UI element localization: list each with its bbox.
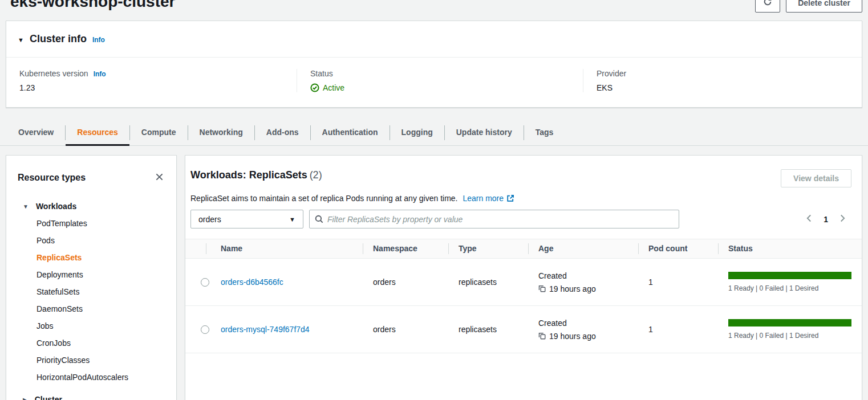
column-header-status[interactable]: Status [718,239,862,259]
replicasets-table: Name Namespace Type Age Pod count Status… [185,239,862,353]
pagination: 1 [806,214,851,225]
search-box [309,210,679,228]
provider-value: EKS [597,83,862,92]
tab-update-history[interactable]: Update history [445,120,524,146]
column-header-name[interactable]: Name [206,239,363,259]
namespace-cell: orders [363,325,448,334]
kubernetes-version-field: Kubernetes version Info 1.23 [6,69,297,92]
sidebar-item-deployments[interactable]: Deployments [6,266,176,283]
replicaset-name-link[interactable]: orders-d6b4566fc [221,277,283,287]
kubernetes-version-label: Kubernetes version [19,69,88,78]
column-header-age[interactable]: Age [528,239,638,259]
cluster-info-title: Cluster info [30,33,87,45]
pod-count-cell: 1 [638,325,718,334]
sidebar-item-horizontalpodautoscalers[interactable]: HorizontalPodAutoscalers [6,369,176,386]
copy-icon[interactable] [538,285,546,292]
header-actions: Delete cluster [755,0,862,13]
cluster-info-info-link[interactable]: Info [92,36,105,44]
panel-count: (2) [310,169,322,181]
current-page-number[interactable]: 1 [824,215,828,224]
next-page-button[interactable] [839,214,846,225]
tab-compute[interactable]: Compute [130,120,188,146]
type-cell: replicasets [448,277,528,287]
tree-group-workloads[interactable]: ▼ Workloads [6,198,176,215]
tab-authentication[interactable]: Authentication [311,120,390,146]
search-icon [315,215,323,223]
tab-add-ons[interactable]: Add-ons [255,120,310,146]
provider-field: Provider EKS [583,69,862,92]
status-text: 1 Ready | 0 Failed | 1 Desired [728,284,851,292]
status-bar [728,272,851,279]
chevron-left-icon [806,214,812,225]
tab-logging[interactable]: Logging [390,120,444,146]
column-header-type[interactable]: Type [448,239,528,259]
sidebar-item-statefulsets[interactable]: StatefulSets [6,283,176,300]
tab-networking[interactable]: Networking [188,120,254,146]
sidebar-item-cronjobs[interactable]: CronJobs [6,334,176,352]
resources-content: Resource types ▼ Workloads PodTemplates … [6,155,862,400]
column-header-namespace[interactable]: Namespace [363,239,448,259]
page-title: eks-workshop-cluster [10,0,175,11]
status-check-icon [310,83,319,92]
sidebar-item-priorityclasses[interactable]: PriorityClasses [6,352,176,369]
cluster-info-card: ▼ Cluster info Info Kubernetes version I… [6,21,862,108]
copy-icon[interactable] [538,332,546,340]
kubernetes-version-info-link[interactable]: Info [94,70,106,78]
cluster-info-body: Kubernetes version Info 1.23 Status Acti… [6,57,862,107]
type-cell: replicasets [448,325,528,334]
previous-page-button[interactable] [806,214,812,225]
collapse-caret-icon[interactable]: ▼ [18,36,24,43]
resource-types-panel: Resource types ▼ Workloads PodTemplates … [6,155,177,400]
tree-group-cluster[interactable]: ▶ Cluster [6,391,176,400]
replicasets-panel: Workloads: ReplicaSets (2) View details … [185,155,862,400]
caret-down-icon: ▼ [23,203,29,210]
resource-types-tree: ▼ Workloads PodTemplates Pods ReplicaSet… [6,198,176,400]
table-row: orders-mysql-749f67f7d4 orders replicase… [185,306,862,353]
status-field: Status Active [297,69,583,92]
panel-title: Workloads: ReplicaSets [190,169,307,181]
external-link-icon [506,194,514,202]
refresh-button[interactable] [755,0,780,13]
resource-types-title: Resource types [18,173,86,183]
age-cell: Created 19 hours ago [528,271,638,293]
sidebar-item-daemonsets[interactable]: DaemonSets [6,300,176,317]
status-text: 1 Ready | 0 Failed | 1 Desired [728,332,851,340]
tab-resources[interactable]: Resources [66,120,129,146]
namespace-cell: orders [363,277,448,287]
tab-overview[interactable]: Overview [7,120,65,146]
close-icon [155,173,164,183]
learn-more-link[interactable]: Learn more [463,194,514,203]
age-cell: Created 19 hours ago [528,319,638,341]
replicaset-name-link[interactable]: orders-mysql-749f67f7d4 [221,325,310,334]
cluster-info-header[interactable]: ▼ Cluster info Info [6,21,862,57]
status-bar [728,319,851,326]
caret-right-icon: ▶ [23,397,27,400]
table-header-row: Name Namespace Type Age Pod count Status [185,239,862,259]
cluster-group-label: Cluster [35,395,62,400]
sidebar-item-podtemplates[interactable]: PodTemplates [6,215,176,232]
delete-cluster-button[interactable]: Delete cluster [786,0,862,13]
column-header-pod-count[interactable]: Pod count [638,239,718,259]
status-cell: 1 Ready | 0 Failed | 1 Desired [718,319,862,340]
view-details-button[interactable]: View details [781,169,851,187]
status-cell: 1 Ready | 0 Failed | 1 Desired [718,272,862,292]
table-row: orders-d6b4566fc orders replicasets Crea… [185,259,862,306]
page-header: eks-workshop-cluster Delete cluster [0,0,868,13]
dropdown-value: orders [198,215,221,224]
filter-input[interactable] [327,215,674,224]
chevron-right-icon [839,214,846,225]
close-panel-button[interactable] [154,172,165,184]
kubernetes-version-value: 1.23 [19,83,297,92]
status-value: Active [323,83,344,92]
refresh-icon [763,0,772,9]
sidebar-item-replicasets[interactable]: ReplicaSets [6,249,176,266]
sidebar-item-jobs[interactable]: Jobs [6,317,176,334]
cluster-tabs: Overview Resources Compute Networking Ad… [0,120,868,146]
tab-tags[interactable]: Tags [524,120,565,146]
workloads-group-label: Workloads [36,202,76,211]
sidebar-item-pods[interactable]: Pods [6,232,176,249]
panel-description: ReplicaSet aims to maintain a set of rep… [190,194,457,203]
selection-column-header [185,239,206,259]
namespace-filter-dropdown[interactable]: orders ▼ [190,210,303,228]
status-label: Status [310,69,583,78]
